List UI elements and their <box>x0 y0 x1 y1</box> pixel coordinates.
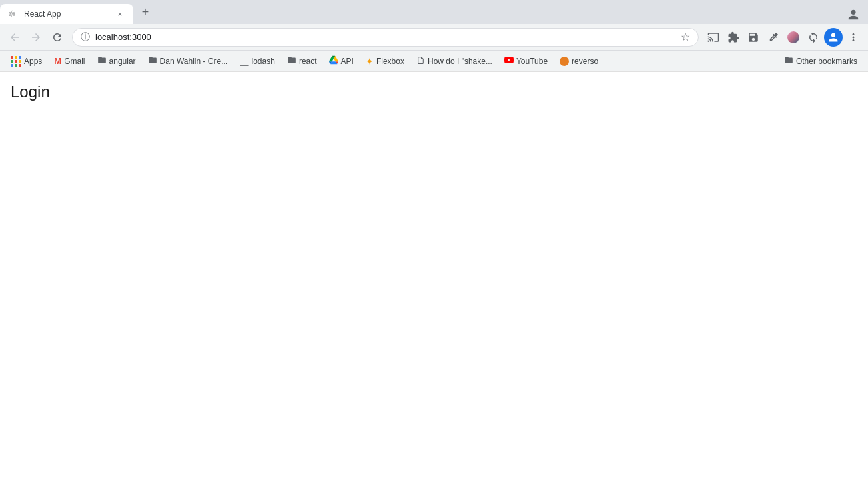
bookmark-other[interactable]: Other bookmarks <box>779 53 863 69</box>
back-button[interactable] <box>5 28 24 47</box>
bookmark-flexbox[interactable]: ✦ Flexbox <box>360 53 410 69</box>
browser-window: ⚛ React App × + <box>0 0 868 496</box>
profile-icon[interactable] <box>844 5 863 24</box>
tab-title: React App <box>24 9 109 19</box>
toolbar-right <box>704 28 863 47</box>
bookmark-gmail[interactable]: M Gmail <box>49 53 90 69</box>
bookmark-api-label: API <box>341 57 354 66</box>
bookmark-flexbox-label: Flexbox <box>376 57 404 66</box>
bookmark-other-label: Other bookmarks <box>796 57 857 66</box>
tab-close-button[interactable]: × <box>115 9 125 19</box>
tab-favicon: ⚛ <box>8 9 19 19</box>
flexbox-star-icon: ✦ <box>366 56 374 67</box>
youtube-icon <box>504 55 514 67</box>
folder-color-icon <box>148 55 157 67</box>
bookmark-react-label: react <box>299 57 317 66</box>
eyedropper-button[interactable] <box>764 28 783 47</box>
reverso-icon <box>560 57 569 66</box>
bookmark-star-icon[interactable]: ☆ <box>681 31 690 43</box>
other-bookmarks-folder-icon <box>784 55 793 67</box>
bookmark-reverso-label: reverso <box>572 57 598 66</box>
bookmark-api[interactable]: API <box>324 53 359 69</box>
url-display: localhost:3000 <box>95 32 675 42</box>
apps-grid-icon <box>11 56 21 67</box>
cast-button[interactable] <box>704 28 723 47</box>
drive-icon <box>329 55 338 67</box>
bookmark-react[interactable]: react <box>282 53 322 69</box>
address-bar[interactable]: ⓘ localhost:3000 ☆ <box>72 28 699 47</box>
refresh-extensions-button[interactable] <box>804 28 823 47</box>
extensions-button[interactable] <box>724 28 743 47</box>
lodash-folder-icon: __ <box>240 57 248 66</box>
tab-bar-right <box>155 5 868 24</box>
menu-button[interactable] <box>844 28 863 47</box>
react-folder-icon <box>287 55 296 67</box>
bookmark-how-do-label: How do I "shake... <box>428 57 492 66</box>
bookmark-how-do[interactable]: How do I "shake... <box>411 53 498 69</box>
security-icon: ⓘ <box>81 31 90 43</box>
bookmark-lodash[interactable]: __ lodash <box>234 53 280 69</box>
bookmark-apps-label: Apps <box>24 57 42 66</box>
bookmark-youtube-label: YouTube <box>516 57 548 66</box>
notes-button[interactable] <box>744 28 763 47</box>
bookmark-lodash-label: lodash <box>252 57 275 66</box>
tab-bar: ⚛ React App × + <box>0 0 868 24</box>
bookmark-angular[interactable]: angular <box>92 53 141 69</box>
reload-button[interactable] <box>48 28 67 47</box>
bookmark-youtube[interactable]: YouTube <box>499 53 553 69</box>
bookmarks-bar: Apps M Gmail angular Dan Wahlin - Cre...… <box>0 51 868 72</box>
bookmark-dan-wahlin[interactable]: Dan Wahlin - Cre... <box>143 53 234 69</box>
toolbar: ⓘ localhost:3000 ☆ <box>0 24 868 51</box>
forward-button[interactable] <box>27 28 45 47</box>
theme-button[interactable] <box>784 28 803 47</box>
bookmark-angular-label: angular <box>109 57 136 66</box>
profile-button[interactable] <box>824 28 843 47</box>
bookmark-dan-wahlin-label: Dan Wahlin - Cre... <box>160 57 228 66</box>
bookmark-apps[interactable]: Apps <box>5 53 47 69</box>
bookmark-gmail-label: Gmail <box>64 57 85 66</box>
active-tab[interactable]: ⚛ React App × <box>0 4 133 24</box>
login-heading: Login <box>11 83 857 101</box>
folder-icon <box>97 55 107 67</box>
page-content: Login <box>0 72 868 496</box>
bookmark-reverso[interactable]: reverso <box>554 53 604 69</box>
new-tab-button[interactable]: + <box>136 3 155 21</box>
gmail-icon: M <box>54 56 61 66</box>
page-icon <box>416 56 425 67</box>
